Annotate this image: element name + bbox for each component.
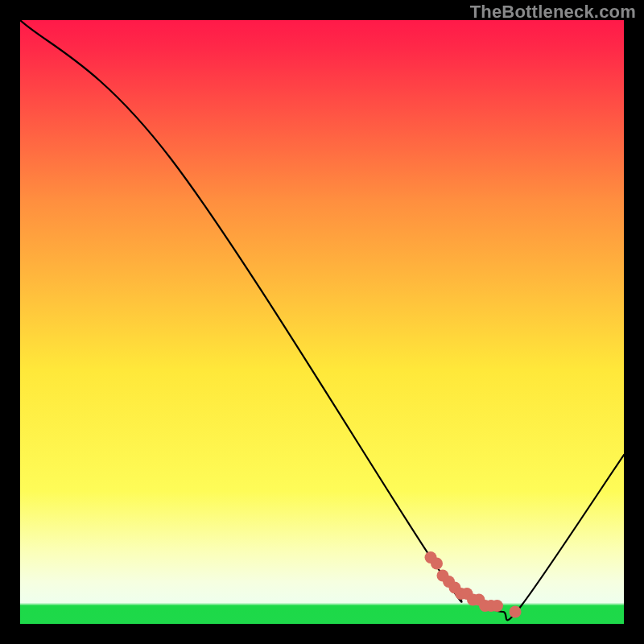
- optimal-point-marker: [510, 606, 522, 618]
- plot-area: [20, 20, 624, 624]
- bottleneck-chart: [20, 20, 624, 624]
- chart-container: TheBottleneck.com: [0, 0, 644, 644]
- gradient-background: [20, 20, 624, 624]
- optimal-point-marker: [491, 600, 503, 612]
- optimal-point-marker: [431, 558, 443, 570]
